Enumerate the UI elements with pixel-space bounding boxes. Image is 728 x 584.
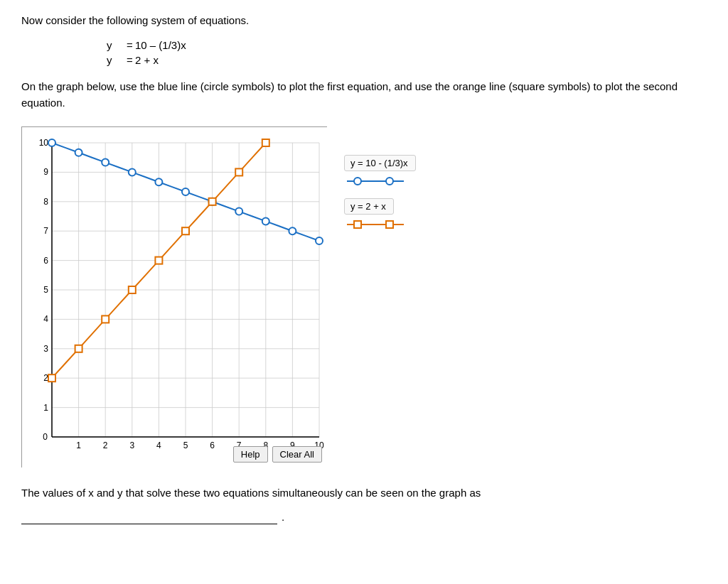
graph-container: y x Help Clear All: [21, 126, 327, 467]
blue-legend-box: y = 10 - (1/3)x: [344, 155, 416, 171]
eq1-eq: =: [121, 39, 135, 51]
help-button[interactable]: Help: [233, 446, 268, 463]
bottom-text: The values of x and y that solve these t…: [21, 485, 707, 502]
svg-point-1: [354, 178, 361, 185]
blue-legend-item: y = 10 - (1/3)x: [344, 155, 416, 187]
blue-line-svg: [347, 175, 404, 187]
instruction-text: On the graph below, use the blue line (c…: [21, 79, 707, 111]
graph-section: y x Help Clear All y = 10 - (1/3)x: [21, 126, 707, 467]
blue-legend-line: [347, 175, 404, 187]
eq2-expr: 2 + x: [135, 54, 707, 66]
orange-legend-item: y = 2 + x: [344, 198, 416, 230]
clear-all-button[interactable]: Clear All: [272, 446, 322, 463]
orange-legend-line: [347, 219, 404, 230]
orange-legend-box: y = 2 + x: [344, 198, 394, 215]
svg-rect-4: [354, 221, 361, 228]
orange-legend-label: y = 2 + x: [350, 201, 386, 212]
eq2-var: y: [107, 54, 121, 66]
graph-canvas[interactable]: [22, 127, 328, 468]
eq1-var: y: [107, 39, 121, 51]
equations-block: y = 10 – (1/3)x y = 2 + x: [107, 39, 707, 66]
svg-rect-5: [386, 221, 393, 228]
legend-area: y = 10 - (1/3)x y = 2 + x: [344, 126, 416, 230]
intro-text: Now consider the following system of equ…: [21, 14, 707, 26]
period: .: [282, 511, 284, 523]
graph-buttons: Help Clear All: [233, 446, 322, 463]
eq1-expr: 10 – (1/3)x: [135, 39, 707, 51]
eq2-eq: =: [121, 54, 135, 66]
svg-point-2: [386, 178, 393, 185]
orange-line-svg: [347, 219, 404, 230]
blue-legend-label: y = 10 - (1/3)x: [350, 158, 408, 168]
answer-input-area[interactable]: [21, 509, 277, 524]
answer-line: .: [21, 509, 707, 524]
